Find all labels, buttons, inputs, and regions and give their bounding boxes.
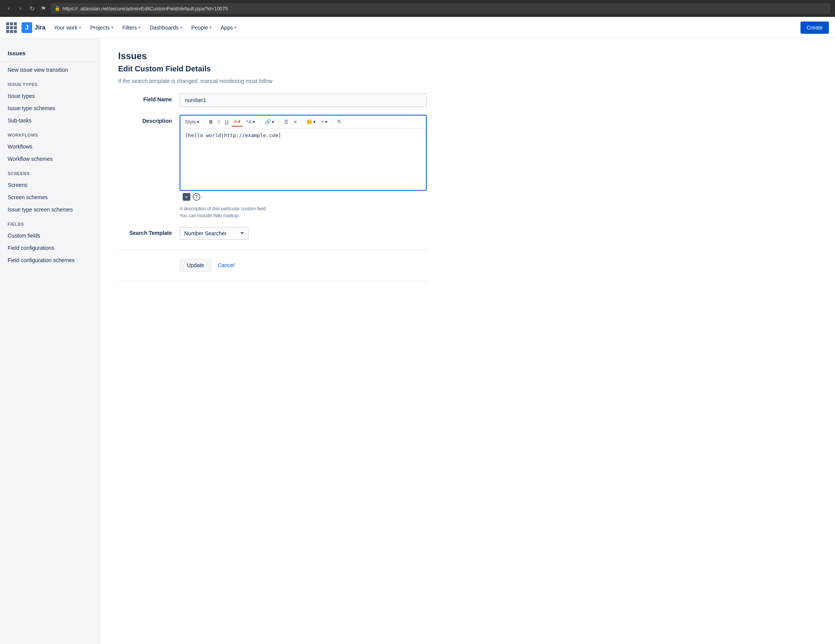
editor-footer: ≡ ?	[180, 191, 427, 203]
nav-your-work[interactable]: Your work ▾	[50, 22, 85, 33]
jira-logo-text: Jira	[35, 24, 45, 31]
info-text: If the search template is changed, manua…	[118, 78, 427, 84]
text-color-button[interactable]: A ▾	[231, 117, 243, 127]
link-button[interactable]: 🔗 ▾	[262, 117, 277, 126]
lock-icon: 🔒	[54, 6, 60, 11]
search-template-row: Search Template Number Searcher Text Sea…	[118, 227, 427, 240]
ordered-list-button[interactable]: ≡	[292, 117, 299, 126]
search-template-select[interactable]: Number Searcher Text Searcher Date Searc…	[180, 227, 249, 240]
collapse-button[interactable]: ⇱	[335, 117, 344, 126]
bold-button[interactable]: B	[207, 117, 215, 126]
editor-mode-icon[interactable]: ≡	[183, 193, 190, 201]
sidebar-item-field-configurations[interactable]: Field configurations	[0, 242, 99, 254]
main-content: Issues Edit Custom Field Details If the …	[100, 38, 445, 644]
sidebar-section-issue-types: ISSUE TYPES	[0, 76, 99, 90]
nav-projects[interactable]: Projects ▾	[86, 22, 117, 33]
chevron-down-icon: ▾	[272, 119, 274, 125]
chevron-down-icon: ▾	[234, 25, 236, 30]
chevron-down-icon: ▾	[111, 25, 113, 30]
chevron-down-icon: ▾	[210, 25, 211, 30]
nav-apps[interactable]: Apps ▾	[217, 22, 240, 33]
jira-nav: J Jira Your work ▾ Projects ▾ Filters ▾ …	[0, 17, 835, 38]
toolbar-divider	[260, 118, 260, 126]
toolbar-divider	[279, 118, 279, 126]
sidebar-section-fields: FIELDS	[0, 216, 99, 230]
search-template-label: Search Template	[118, 227, 180, 236]
chevron-down-icon: ▾	[139, 25, 140, 30]
bullet-list-button[interactable]: ☰	[282, 117, 291, 126]
sidebar-item-custom-fields[interactable]: Custom fields	[0, 230, 99, 242]
chevron-down-icon: ▾	[197, 119, 200, 125]
sidebar-item-screen-schemes[interactable]: Screen schemes	[0, 191, 99, 203]
button-row: Update Cancel	[118, 259, 427, 272]
field-name-row: Field Name	[118, 93, 427, 107]
description-editor[interactable]: [hello world|http://example.com]	[180, 129, 426, 190]
nav-people[interactable]: People ▾	[187, 22, 215, 33]
refresh-button[interactable]: ↻	[28, 4, 36, 13]
field-name-label: Field Name	[118, 93, 180, 102]
cancel-button[interactable]: Cancel	[216, 259, 236, 271]
font-size-button[interactable]: ᴬA ▾	[244, 117, 257, 126]
apps-grid-icon[interactable]	[6, 22, 17, 33]
toolbar-divider	[332, 118, 333, 126]
editor-toolbar: Style ▾ B I U A ▾ ᴬA ▾	[180, 116, 426, 129]
sidebar-item-screens[interactable]: Screens	[0, 179, 99, 191]
jira-logo[interactable]: J Jira	[21, 22, 45, 33]
sidebar-item-sub-tasks[interactable]: Sub-tasks	[0, 114, 99, 127]
nav-dashboards[interactable]: Dashboards ▾	[146, 22, 186, 33]
sidebar-item-workflow-schemes[interactable]: Workflow schemes	[0, 153, 99, 165]
page-title: Issues	[118, 51, 427, 61]
field-name-input[interactable]	[180, 93, 427, 107]
sidebar: Issues New issue view transition ISSUE T…	[0, 38, 100, 644]
insert-button[interactable]: + ▾	[319, 117, 330, 126]
toolbar-divider	[204, 118, 205, 126]
address-bar[interactable]: 🔒 https:// .atlassian.net/secure/admin/E…	[51, 3, 830, 14]
url-text: https:// .atlassian.net/secure/admin/Edi…	[63, 6, 228, 12]
chevron-down-icon: ▾	[313, 119, 316, 125]
browser-bar: ‹ › ↻ ⚑ 🔒 https:// .atlassian.net/secure…	[0, 0, 835, 17]
style-dropdown-button[interactable]: Style ▾	[183, 117, 202, 126]
italic-button[interactable]: I	[216, 117, 222, 126]
description-hint: A description of this particular custom …	[180, 205, 427, 219]
sidebar-section-screens: SCREENS	[0, 165, 99, 179]
chevron-down-icon: ▾	[180, 25, 182, 30]
create-button[interactable]: Create	[800, 21, 829, 34]
jira-logo-icon: J	[21, 22, 32, 33]
chevron-down-icon: ▾	[238, 119, 241, 124]
bookmark-button[interactable]: ⚑	[39, 4, 48, 13]
chevron-down-icon: ▾	[252, 119, 255, 125]
main-layout: Issues New issue view transition ISSUE T…	[0, 38, 835, 644]
description-field: Style ▾ B I U A ▾ ᴬA ▾	[180, 115, 427, 219]
sidebar-item-issue-types[interactable]: Issue types	[0, 90, 99, 102]
sidebar-item-issues[interactable]: Issues	[0, 46, 99, 60]
form-divider	[118, 249, 427, 249]
emoji-button[interactable]: 🙂 ▾	[304, 117, 318, 126]
sidebar-item-new-issue-view-transition[interactable]: New issue view transition	[0, 64, 99, 76]
help-icon[interactable]: ?	[193, 193, 200, 201]
description-row: Description Style ▾ B I U A ▾	[118, 115, 427, 219]
sidebar-section-workflows: WORKFLOWS	[0, 127, 99, 140]
editor-container: Style ▾ B I U A ▾ ᴬA ▾	[180, 115, 427, 191]
section-title: Edit Custom Field Details	[118, 64, 427, 73]
back-button[interactable]: ‹	[5, 4, 13, 13]
toolbar-divider	[301, 118, 302, 126]
search-template-field: Number Searcher Text Searcher Date Searc…	[180, 227, 427, 240]
sidebar-item-issue-type-screen-schemes[interactable]: Issue type screen schemes	[0, 203, 99, 216]
chevron-down-icon: ▾	[79, 25, 81, 30]
forward-button[interactable]: ›	[16, 4, 25, 13]
sidebar-item-workflows[interactable]: Workflows	[0, 140, 99, 153]
bottom-divider	[118, 281, 427, 281]
chevron-down-icon: ▾	[325, 119, 328, 125]
nav-filters[interactable]: Filters ▾	[119, 22, 144, 33]
field-name-field	[180, 93, 427, 107]
underline-button[interactable]: U	[223, 117, 231, 126]
description-label: Description	[118, 115, 180, 124]
sidebar-item-issue-type-schemes[interactable]: Issue type schemes	[0, 102, 99, 114]
sidebar-item-field-configuration-schemes[interactable]: Field configuration schemes	[0, 254, 99, 266]
update-button[interactable]: Update	[180, 259, 211, 272]
